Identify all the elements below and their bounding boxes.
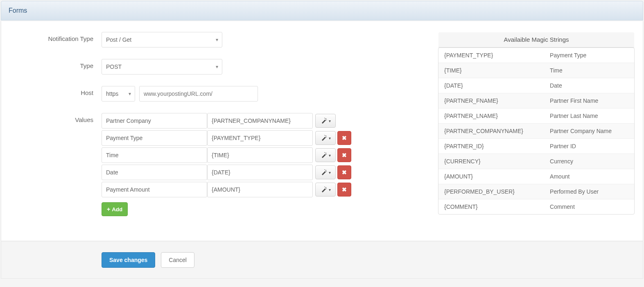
magic-strings-table: Availaible Magic Strings {PAYMENT_TYPE}P…	[438, 32, 635, 215]
type-select[interactable]: POST	[102, 59, 222, 75]
svg-point-1	[324, 118, 325, 119]
value-token-input[interactable]	[207, 130, 313, 146]
value-token-input[interactable]	[207, 113, 313, 129]
add-label: Add	[112, 206, 122, 212]
magic-string-row: {COMMENT}Comment	[438, 199, 634, 214]
magic-description: Comment	[544, 199, 634, 214]
svg-point-2	[326, 120, 327, 120]
values-list: ▾▾✖▾✖▾✖▾✖	[102, 113, 426, 197]
magic-token: {CURRENCY}	[438, 154, 544, 169]
magic-description: Partner First Name	[544, 93, 634, 108]
value-token-input[interactable]	[207, 147, 313, 163]
magic-token: {PAYMENT_TYPE}	[438, 48, 544, 63]
magic-string-row: {PARTNER_COMPANYNAME}Partner Company Nam…	[438, 123, 634, 138]
row-values: Values ▾▾✖▾✖▾✖▾✖ + Add	[9, 113, 426, 216]
magic-wand-button[interactable]: ▾	[315, 183, 336, 197]
svg-point-9	[325, 170, 326, 171]
value-row: ▾✖	[102, 182, 426, 197]
magic-token: {PARTNER_COMPANYNAME}	[438, 123, 544, 138]
magic-string-row: {PAYMENT_TYPE}Payment Type	[438, 48, 634, 63]
delete-value-button[interactable]: ✖	[337, 148, 351, 162]
chevron-down-icon: ▾	[329, 153, 331, 158]
magic-token: {COMMENT}	[438, 199, 544, 214]
svg-point-7	[324, 152, 325, 153]
value-name-input[interactable]	[102, 165, 207, 180]
notification-type-select[interactable]: Post / Get	[102, 32, 222, 47]
close-icon: ✖	[342, 135, 347, 141]
magic-token: {DATE}	[438, 78, 544, 93]
magic-description: Payment Type	[544, 48, 634, 63]
chevron-down-icon: ▾	[329, 119, 331, 123]
form-column: Notification Type Post / Get Type POST	[9, 32, 426, 216]
magic-strings-title: Availaible Magic Strings	[438, 32, 635, 47]
save-button[interactable]: Save changes	[102, 252, 155, 268]
host-url-input[interactable]	[139, 86, 258, 102]
magic-string-row: {PARTNER_LNAME}Partner Last Name	[438, 108, 634, 123]
magic-token: {PARTNER_ID}	[438, 138, 544, 154]
magic-description: Amount	[544, 169, 634, 184]
magic-string-row: {CURRENCY}Currency	[438, 154, 634, 169]
magic-token: {AMOUNT}	[438, 169, 544, 184]
value-name-input[interactable]	[102, 147, 207, 163]
host-protocol-select[interactable]: https	[102, 86, 135, 102]
row-type: Type POST	[9, 59, 426, 75]
value-name-input[interactable]	[102, 130, 207, 146]
delete-value-button[interactable]: ✖	[337, 183, 351, 197]
wand-icon	[321, 186, 327, 193]
value-name-input[interactable]	[102, 113, 207, 129]
wand-icon	[321, 135, 327, 141]
value-token-input[interactable]	[207, 165, 313, 180]
value-row: ▾✖	[102, 147, 426, 163]
magic-string-row: {TIME}Time	[438, 63, 634, 78]
magic-description: Currency	[544, 154, 634, 169]
svg-point-0	[325, 118, 326, 119]
footer-actions: Save changes Cancel	[1, 241, 643, 279]
magic-token: {PERFORMED_BY_USER}	[438, 184, 544, 199]
value-row: ▾	[102, 113, 426, 129]
magic-wand-button[interactable]: ▾	[315, 148, 336, 162]
magic-description: Partner ID	[544, 138, 634, 154]
magic-wand-button[interactable]: ▾	[315, 165, 336, 179]
svg-point-6	[325, 153, 326, 154]
value-name-input[interactable]	[102, 182, 207, 197]
label-host: Host	[9, 86, 102, 102]
svg-point-13	[324, 187, 325, 188]
page-header: Forms	[1, 1, 643, 20]
cancel-button[interactable]: Cancel	[161, 252, 194, 268]
magic-description: Partner Company Name	[544, 123, 634, 138]
svg-point-4	[324, 135, 325, 136]
value-token-input[interactable]	[207, 182, 313, 197]
sidebar-column: Availaible Magic Strings {PAYMENT_TYPE}P…	[438, 32, 635, 215]
add-value-button[interactable]: + Add	[102, 202, 128, 216]
magic-description: Performed By User	[544, 184, 634, 199]
svg-point-10	[324, 169, 325, 170]
magic-wand-button[interactable]: ▾	[315, 131, 336, 145]
svg-point-12	[325, 187, 326, 188]
label-values: Values	[9, 113, 102, 216]
magic-token: {PARTNER_FNAME}	[438, 93, 544, 108]
row-host: Host https	[9, 86, 426, 102]
value-row: ▾✖	[102, 165, 426, 180]
row-notification-type: Notification Type Post / Get	[9, 32, 426, 47]
magic-token: {PARTNER_LNAME}	[438, 108, 544, 123]
svg-point-14	[326, 188, 327, 189]
wand-icon	[321, 118, 327, 124]
magic-token: {TIME}	[438, 63, 544, 78]
delete-value-button[interactable]: ✖	[337, 165, 351, 179]
chevron-down-icon: ▾	[329, 188, 331, 192]
value-row: ▾✖	[102, 130, 426, 146]
magic-string-row: {DATE}Date	[438, 78, 634, 93]
main-content: Notification Type Post / Get Type POST	[1, 21, 643, 241]
svg-point-3	[325, 136, 326, 136]
svg-point-8	[326, 154, 327, 155]
svg-point-11	[326, 171, 327, 172]
page-title: Forms	[9, 7, 27, 14]
magic-description: Partner Last Name	[544, 108, 634, 123]
magic-description: Time	[544, 63, 634, 78]
magic-string-row: {PERFORMED_BY_USER}Performed By User	[438, 184, 634, 199]
close-icon: ✖	[342, 186, 347, 193]
close-icon: ✖	[342, 152, 347, 158]
delete-value-button[interactable]: ✖	[337, 131, 351, 145]
magic-description: Date	[544, 78, 634, 93]
magic-wand-button[interactable]: ▾	[315, 114, 336, 128]
